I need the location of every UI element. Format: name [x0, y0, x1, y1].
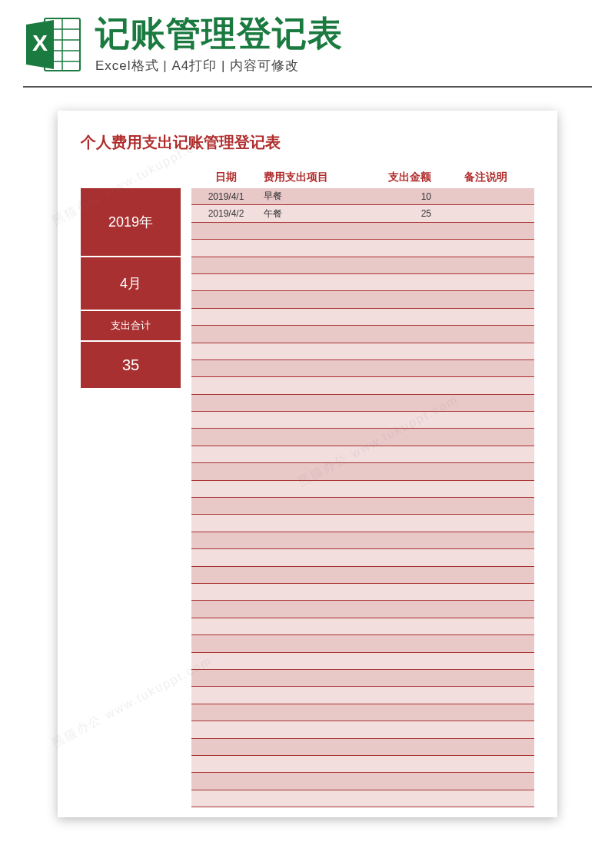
cell-amount	[361, 412, 437, 429]
cell-date	[191, 704, 261, 721]
cell-item	[261, 653, 361, 670]
cell-date	[191, 739, 261, 756]
cell-item	[261, 429, 361, 446]
header-subtitle: Excel格式 | A4打印 | 内容可修改	[95, 57, 592, 75]
table-row	[191, 481, 534, 498]
cell-amount	[361, 721, 437, 738]
table-row	[191, 687, 534, 704]
cell-date	[191, 429, 261, 446]
table-row	[191, 291, 534, 308]
cell-note	[437, 618, 534, 635]
cell-item	[261, 687, 361, 704]
cell-date	[191, 223, 261, 240]
cell-date	[191, 446, 261, 463]
cell-note	[437, 377, 534, 394]
cell-date	[191, 309, 261, 326]
document-page: 个人费用支出记账管理登记表 2019年 4月 支出合计 35 日期 费用支出项目…	[58, 111, 557, 817]
cell-note	[437, 790, 534, 807]
cell-note	[437, 481, 534, 498]
table-row: 2019/4/2午餐25	[191, 205, 534, 222]
table-row	[191, 756, 534, 773]
cell-item	[261, 635, 361, 652]
cell-date	[191, 670, 261, 687]
cell-amount	[361, 687, 437, 704]
table-row	[191, 721, 534, 738]
cell-amount: 25	[361, 205, 437, 222]
cell-date	[191, 687, 261, 704]
cell-date	[191, 601, 261, 618]
cell-amount	[361, 549, 437, 566]
cell-note	[437, 653, 534, 670]
cell-item	[261, 549, 361, 566]
cell-item: 早餐	[261, 188, 361, 205]
table-row	[191, 360, 534, 377]
cell-note	[437, 343, 534, 360]
cell-item	[261, 446, 361, 463]
cell-date	[191, 515, 261, 532]
cell-amount	[361, 532, 437, 549]
cell-item	[261, 343, 361, 360]
table-row	[191, 309, 534, 326]
cell-date	[191, 773, 261, 790]
cell-note	[437, 515, 534, 532]
cell-date	[191, 721, 261, 738]
cell-item	[261, 601, 361, 618]
cell-date	[191, 584, 261, 601]
cell-note	[437, 739, 534, 756]
document-content: 2019年 4月 支出合计 35 日期 费用支出项目 支出金额 备注说明 201…	[81, 167, 534, 807]
cell-item	[261, 773, 361, 790]
cell-item	[261, 481, 361, 498]
cell-amount	[361, 773, 437, 790]
cell-date	[191, 240, 261, 257]
cell-amount: 10	[361, 188, 437, 205]
table-row	[191, 446, 534, 463]
cell-amount	[361, 567, 437, 584]
cell-item	[261, 223, 361, 240]
col-header-note: 备注说明	[437, 171, 534, 184]
cell-amount	[361, 653, 437, 670]
cell-date	[191, 532, 261, 549]
cell-date: 2019/4/1	[191, 188, 261, 205]
table-row	[191, 773, 534, 790]
table-row	[191, 498, 534, 515]
cell-item	[261, 309, 361, 326]
cell-item	[261, 274, 361, 291]
cell-amount	[361, 291, 437, 308]
cell-amount	[361, 498, 437, 515]
cell-date	[191, 549, 261, 566]
cell-note	[437, 498, 534, 515]
cell-date	[191, 343, 261, 360]
cell-date: 2019/4/2	[191, 205, 261, 222]
summary-sidebar: 2019年 4月 支出合计 35	[81, 188, 181, 807]
table-row	[191, 739, 534, 756]
cell-item	[261, 395, 361, 412]
cell-item	[261, 412, 361, 429]
cell-item	[261, 360, 361, 377]
cell-item	[261, 618, 361, 635]
header-text-block: 记账管理登记表 Excel格式 | A4打印 | 内容可修改	[95, 15, 592, 75]
cell-date	[191, 257, 261, 274]
table-row	[191, 618, 534, 635]
cell-amount	[361, 670, 437, 687]
table-row	[191, 412, 534, 429]
cell-item	[261, 584, 361, 601]
table-row	[191, 223, 534, 240]
table-row	[191, 584, 534, 601]
sidebar-year: 2019年	[81, 188, 181, 257]
cell-note	[437, 360, 534, 377]
cell-amount	[361, 756, 437, 773]
table-row	[191, 790, 534, 807]
cell-amount	[361, 326, 437, 343]
table-row: 2019/4/1早餐10	[191, 188, 534, 205]
cell-item	[261, 257, 361, 274]
cell-item	[261, 377, 361, 394]
table-body: 2019/4/1早餐102019/4/2午餐25	[191, 188, 534, 807]
cell-note	[437, 326, 534, 343]
cell-item	[261, 463, 361, 480]
cell-item	[261, 756, 361, 773]
document-title: 个人费用支出记账管理登记表	[81, 132, 534, 153]
table-row	[191, 377, 534, 394]
cell-amount	[361, 429, 437, 446]
cell-note	[437, 567, 534, 584]
cell-note	[437, 257, 534, 274]
